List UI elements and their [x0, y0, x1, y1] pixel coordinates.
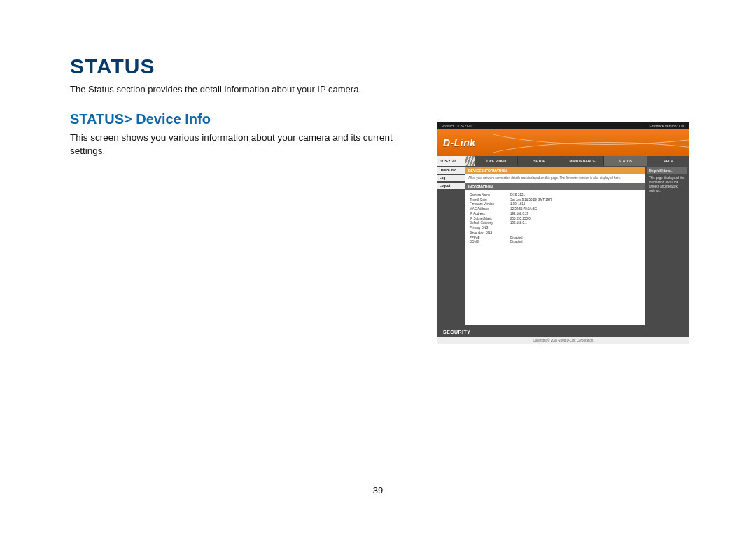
- tab-live-video[interactable]: LIVE VIDEO: [475, 156, 518, 166]
- info-label: Default Gateway: [470, 221, 510, 226]
- section-desc: This screen shows you various informatio…: [70, 132, 427, 158]
- tab-slash-icon: [465, 156, 475, 166]
- table-row: Time & DateSat Jan 3 16:50:29 GMT 1970: [470, 198, 640, 203]
- table-row: Default Gateway192.168.0.1: [470, 221, 640, 226]
- section-header-device-info: DEVICE INFORMATION: [465, 167, 645, 174]
- copyright: Copyright © 2007-2008 D-Link Corporation…: [438, 337, 690, 344]
- nav-tabs: DCS-2121 LIVE VIDEO SETUP MAINTENANCE ST…: [438, 156, 690, 166]
- sidebar-item-log[interactable]: Log: [438, 175, 465, 181]
- table-row: IP Address192.168.0.20: [470, 212, 640, 217]
- info-label: DDNS: [470, 240, 510, 245]
- tab-help[interactable]: HELP: [648, 156, 690, 166]
- tab-setup[interactable]: SETUP: [518, 156, 561, 166]
- product-label: Product: DCS-2121: [442, 124, 472, 128]
- tab-status[interactable]: STATUS: [604, 156, 647, 166]
- info-header: INFORMATION: [465, 183, 645, 190]
- table-row: IP Subnet Mask255.255.255.0: [470, 217, 640, 222]
- info-label: IP Subnet Mask: [470, 217, 510, 222]
- info-label: Primary DNS: [470, 226, 510, 231]
- info-value: 12:34:56:78:9A:BC: [510, 207, 537, 212]
- info-label: Camera Name: [470, 193, 510, 198]
- info-value: Disabled: [510, 236, 523, 241]
- info-label: Secondary DNS: [470, 231, 510, 236]
- table-row: Secondary DNS: [470, 231, 640, 236]
- hints-header: Helpful Hints..: [647, 167, 687, 174]
- info-table: Camera NameDCS-2121 Time & DateSat Jan 3…: [465, 190, 645, 325]
- table-row: MAC Address12:34:56:78:9A:BC: [470, 207, 640, 212]
- table-row: Firmware Version1.00, 1615: [470, 202, 640, 207]
- info-label: PPPoE: [470, 236, 510, 241]
- table-row: Camera NameDCS-2121: [470, 193, 640, 198]
- content-panel: DEVICE INFORMATION All of your network c…: [465, 167, 645, 325]
- firmware-label: Firmware Version: 1.00: [650, 124, 685, 128]
- sidebar: Device Info Log Logout: [438, 166, 465, 327]
- info-label: Firmware Version: [470, 202, 510, 207]
- sidebar-item-logout[interactable]: Logout: [438, 183, 465, 189]
- embedded-screenshot: Product: DCS-2121 Firmware Version: 1.00…: [438, 122, 690, 344]
- brand-logo: D-Link: [443, 137, 476, 148]
- info-value: 1.00, 1615: [510, 202, 525, 207]
- footer-security: SECURITY: [438, 327, 690, 337]
- shot-topbar: Product: DCS-2121 Firmware Version: 1.00: [438, 122, 690, 129]
- info-label: IP Address: [470, 212, 510, 217]
- section-description: All of your network connection details a…: [465, 174, 645, 183]
- info-label: Time & Date: [470, 198, 510, 203]
- info-value: 192.168.0.1: [510, 221, 527, 226]
- info-label: MAC Address: [470, 207, 510, 212]
- info-value: 255.255.255.0: [510, 217, 531, 222]
- page-number: 39: [0, 485, 756, 496]
- info-value: Disabled: [510, 240, 523, 245]
- tab-maintenance[interactable]: MAINTENANCE: [561, 156, 604, 166]
- brand-banner: D-Link: [438, 129, 690, 156]
- info-value: 192.168.0.20: [510, 212, 528, 217]
- table-row: PPPoEDisabled: [470, 236, 640, 241]
- page-intro: The Status section provides the detail i…: [70, 84, 690, 94]
- table-row: Primary DNS: [470, 226, 640, 231]
- brand-swoosh-icon: [493, 129, 690, 156]
- info-value: DCS-2121: [510, 193, 525, 198]
- hints-body: This page displays all the information a…: [647, 174, 687, 195]
- table-row: DDNSDisabled: [470, 240, 640, 245]
- hints-panel: Helpful Hints.. This page displays all t…: [647, 167, 687, 325]
- info-value: Sat Jan 3 16:50:29 GMT 1970: [510, 198, 552, 203]
- model-tab: DCS-2121: [438, 156, 465, 166]
- sidebar-item-device-info[interactable]: Device Info: [438, 167, 465, 174]
- page-heading: STATUS: [70, 55, 690, 78]
